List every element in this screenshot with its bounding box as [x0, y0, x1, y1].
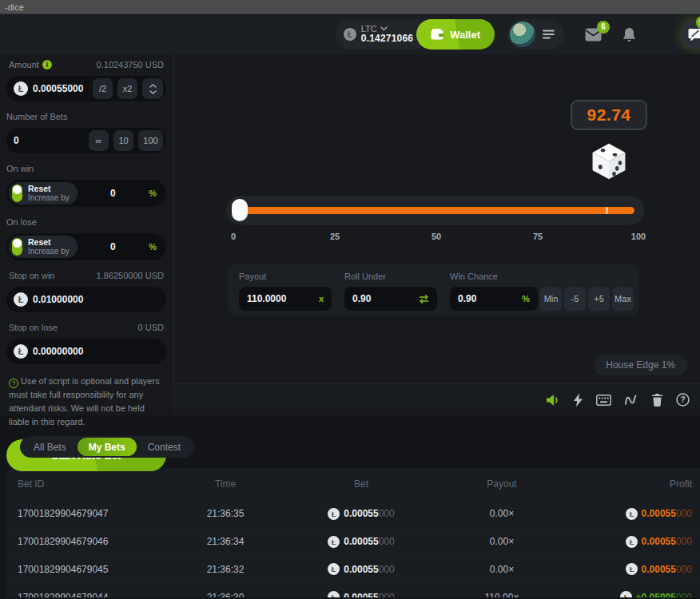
- payout-cell: 0.00×: [430, 564, 574, 575]
- infinite-bets-button[interactable]: ∞: [89, 130, 109, 151]
- table-row[interactable]: 17001829904679047 21:36:35 Ł 0.00055000 …: [6, 500, 700, 528]
- roll-under-input[interactable]: [352, 293, 416, 304]
- app-screen: -dice Ł LTC 0.14271066 Wallet 6: [0, 0, 700, 599]
- on-win-percent-unit: %: [149, 188, 157, 198]
- bet-id-cell: 17001829904679045: [18, 564, 158, 575]
- hotkeys-button[interactable]: [596, 395, 611, 406]
- menu-icon: [543, 30, 555, 39]
- tab-contest[interactable]: Contest: [137, 438, 192, 456]
- tick-75: 75: [533, 232, 543, 241]
- max-chance-button[interactable]: Max: [612, 287, 634, 311]
- table-row[interactable]: 17001829904679045 21:36:32 Ł 0.00055000 …: [6, 555, 700, 583]
- main-body: Amount i 0.10243750 USD Ł /2 x2 Number o…: [0, 54, 700, 415]
- amount-stepper[interactable]: [142, 78, 163, 99]
- chevron-down-icon: [380, 26, 388, 31]
- plus-5-button[interactable]: +5: [588, 287, 610, 311]
- notifications-button[interactable]: [622, 27, 636, 42]
- stats-wave-icon: [624, 394, 638, 407]
- currency-selector[interactable]: Ł LTC 0.14271066: [336, 19, 429, 50]
- bets-table-rows: 17001829904679047 21:36:35 Ł 0.00055000 …: [6, 500, 700, 597]
- col-bet: Bet: [292, 478, 430, 490]
- coin-icon: Ł: [14, 344, 28, 359]
- preset-10-button[interactable]: 10: [113, 130, 133, 151]
- wallet-button[interactable]: Wallet: [416, 19, 495, 50]
- win-chance-input[interactable]: [458, 293, 519, 304]
- win-chance-group: Win Chance % Min -5 +5 Max: [450, 272, 634, 315]
- wallet-balance: 0.14271066: [361, 34, 413, 44]
- stop-on-lose-field: Ł: [6, 339, 166, 364]
- coin-icon: Ł: [620, 591, 632, 597]
- messages-button[interactable]: 6: [585, 28, 602, 42]
- on-win-value-input[interactable]: [78, 188, 149, 199]
- coin-icon: Ł: [626, 536, 638, 548]
- chat-icon: [688, 28, 700, 42]
- svg-text:Ł: Ł: [332, 593, 336, 597]
- coin-icon: Ł: [328, 591, 340, 597]
- on-win-label: On win: [6, 164, 166, 173]
- sound-button[interactable]: [546, 394, 560, 407]
- win-chance-label: Win Chance: [450, 272, 634, 281]
- on-lose-reset-increase-toggle[interactable]: Reset Increase by: [9, 236, 78, 258]
- payout-input[interactable]: [247, 293, 316, 304]
- svg-text:Ł: Ł: [18, 84, 24, 93]
- stop-on-win-label: Stop on win: [9, 271, 54, 280]
- info-icon[interactable]: i: [42, 60, 52, 69]
- svg-text:Ł: Ł: [332, 510, 336, 518]
- stop-on-win-usd: 1.86250000 USD: [97, 271, 164, 280]
- amount-input[interactable]: [33, 83, 88, 94]
- payout-group: Payout x: [239, 272, 332, 315]
- avatar[interactable]: [510, 22, 535, 47]
- slider-handle[interactable]: [232, 199, 248, 221]
- help-button[interactable]: ?: [676, 393, 690, 407]
- min-chance-button[interactable]: Min: [540, 287, 562, 311]
- number-of-bets-input[interactable]: [14, 135, 84, 146]
- turbo-button[interactable]: [573, 393, 583, 407]
- time-cell: 21:36:32: [158, 564, 292, 575]
- tab-my-bets[interactable]: My Bets: [78, 438, 137, 456]
- top-header: Ł LTC 0.14271066 Wallet 6: [0, 14, 700, 54]
- win-chance-percent-unit: %: [522, 294, 530, 303]
- preset-100-button[interactable]: 100: [138, 130, 163, 151]
- window-titlebar: -dice: [0, 0, 700, 14]
- payout-cell: 0.00×: [430, 536, 574, 547]
- amount-label-wrap: Amount i: [9, 60, 52, 69]
- time-cell: 21:36:30: [158, 592, 292, 597]
- toggle-switch-icon: [12, 238, 22, 256]
- reset-option: Reset: [28, 237, 70, 247]
- help-icon: ?: [676, 393, 690, 407]
- tab-all-bets[interactable]: All Bets: [22, 438, 78, 456]
- slider-track[interactable]: [236, 207, 634, 214]
- bet-cell: Ł 0.00055000: [292, 536, 430, 548]
- roll-slider[interactable]: [226, 196, 644, 225]
- mail-badge: 6: [597, 21, 610, 34]
- coin-icon: Ł: [328, 536, 340, 548]
- half-amount-button[interactable]: /2: [93, 78, 113, 99]
- swap-icon[interactable]: [419, 295, 429, 303]
- stop-on-lose-input[interactable]: [33, 346, 163, 357]
- stop-on-win-input[interactable]: [33, 294, 163, 305]
- minus-5-button[interactable]: -5: [564, 287, 586, 311]
- payout-settings-panel: Payout x Roll Under Win Chance: [228, 264, 639, 315]
- table-row[interactable]: 17001829904679046 21:36:34 Ł 0.00055000 …: [6, 528, 700, 556]
- reset-option: Reset: [28, 184, 70, 193]
- roll-under-field: [344, 287, 437, 311]
- reset-stats-button[interactable]: [651, 393, 663, 407]
- increase-by-option: Increase by: [28, 193, 70, 203]
- coin-icon: Ł: [14, 81, 28, 96]
- on-lose-value-input[interactable]: [78, 241, 149, 252]
- double-amount-button[interactable]: x2: [117, 78, 137, 99]
- bets-tabs: All Bets My Bets Contest: [20, 436, 194, 458]
- amount-header: Amount i 0.10243750 USD: [6, 60, 166, 69]
- table-row[interactable]: 17001829904679044 21:36:30 Ł 0.00055000 …: [6, 583, 700, 597]
- svg-text:Ł: Ł: [629, 510, 634, 518]
- live-stats-button[interactable]: [624, 394, 638, 407]
- col-time: Time: [158, 478, 292, 490]
- profile-menu[interactable]: [507, 19, 564, 50]
- chat-button[interactable]: 99: [681, 20, 700, 49]
- wallet-icon: [431, 29, 444, 40]
- bets-table-header: Bet ID Time Bet Payout Profit: [6, 468, 700, 500]
- lightning-icon: [573, 393, 583, 407]
- number-of-bets-label: Number of Bets: [6, 112, 166, 121]
- on-win-reset-increase-toggle[interactable]: Reset Increase by: [9, 182, 78, 204]
- roll-under-group: Roll Under: [344, 272, 437, 315]
